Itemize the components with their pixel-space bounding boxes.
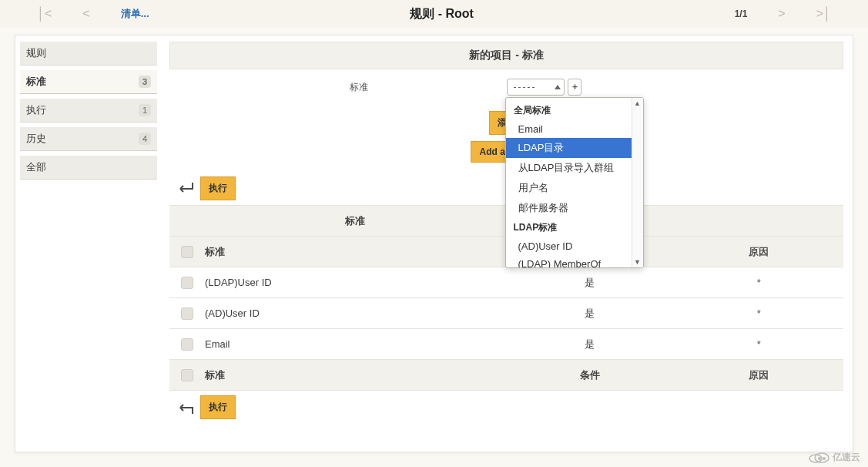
table-row: (AD)User ID是* — [169, 298, 843, 329]
watermark-logo: 亿速云 — [808, 451, 860, 464]
criteria-select-value: ----- — [514, 82, 537, 92]
select-all-checkbox-bottom[interactable] — [181, 369, 193, 381]
list-link[interactable]: 清单... — [121, 7, 149, 21]
th-extra-std: 标准 — [205, 214, 505, 228]
cell-reason: * — [675, 338, 843, 350]
svg-point-2 — [818, 457, 821, 460]
tf-std: 标准 — [205, 368, 505, 382]
dropdown-item[interactable]: LDAP目录 — [506, 138, 632, 158]
row-checkbox[interactable] — [181, 307, 193, 320]
th-std: 标准 — [205, 245, 505, 259]
prev-page-icon[interactable]: < — [82, 7, 89, 21]
cell-std: (AD)User ID — [205, 307, 505, 319]
cell-std: (LDAP)User ID — [205, 277, 505, 288]
svg-point-1 — [815, 453, 829, 462]
watermark-text: 亿速云 — [833, 451, 860, 464]
dropdown-item[interactable]: 用户名 — [506, 178, 632, 198]
svg-point-3 — [823, 457, 826, 460]
last-page-icon[interactable]: >│ — [816, 7, 831, 21]
criteria-dropdown[interactable]: 全局标准EmailLDAP目录从LDAP目录导入群组用户名邮件服务器LDAP标准… — [505, 97, 644, 268]
scroll-up-icon[interactable]: ▲ — [632, 99, 643, 107]
cell-reason: * — [675, 307, 843, 319]
add-criteria-icon[interactable]: + — [568, 79, 581, 96]
scroll-down-icon[interactable]: ▼ — [632, 258, 643, 266]
criteria-select[interactable]: ----- — [507, 79, 565, 96]
sidebar-tab-label: 规则 — [26, 46, 46, 60]
dropdown-group-title: LDAP标准 — [506, 218, 632, 237]
sidebar-tab-3[interactable]: 历史4 — [20, 127, 157, 151]
table-row: (LDAP)User ID是* — [169, 267, 843, 298]
pager-bar: │< < 清单... 规则 - Root 1/1 > >│ — [0, 0, 868, 28]
section-title: 新的项目 - 标准 — [169, 42, 843, 69]
dropdown-scrollbar[interactable]: ▲ ▼ — [632, 98, 643, 267]
exec-button-top[interactable]: 执行 — [200, 176, 236, 200]
dropdown-item[interactable]: (AD)User ID — [506, 237, 632, 255]
sidebar-tab-label: 执行 — [26, 103, 46, 117]
sidebar-tab-label: 历史 — [26, 132, 46, 146]
cell-std: Email — [205, 338, 505, 350]
sidebar-tab-2[interactable]: 执行1 — [20, 99, 157, 123]
dropdown-item[interactable]: (LDAP) MemberOf — [506, 255, 632, 267]
content-area: 新的项目 - 标准 标准 ----- + 添加 Add a new c 执行 — [162, 35, 853, 452]
sidebar-tab-badge: 4 — [139, 133, 151, 145]
sidebar-tab-0[interactable]: 规则 — [20, 42, 157, 66]
main-panel: 规则标准3执行1历史4全部 新的项目 - 标准 标准 ----- + 添加 Ad… — [15, 35, 853, 452]
cell-reason: * — [675, 277, 843, 288]
cell-cond: 是 — [505, 307, 674, 321]
next-page-icon[interactable]: > — [778, 7, 785, 21]
page-title: 规则 - Root — [410, 6, 474, 22]
sidebar-tab-label: 全部 — [26, 160, 46, 174]
sidebar-tab-badge: 1 — [139, 104, 151, 116]
th-reason: 原因 — [675, 245, 843, 259]
exec-bar-bottom: 执行 — [174, 395, 843, 419]
page-count: 1/1 — [735, 8, 748, 19]
sidebar-tab-label: 标准 — [26, 75, 46, 89]
caret-up-icon — [555, 85, 561, 89]
sidebar-tab-4[interactable]: 全部 — [20, 156, 157, 180]
row-checkbox[interactable] — [181, 338, 193, 351]
svg-point-0 — [809, 455, 822, 462]
arrow-down-left-icon — [174, 181, 194, 197]
cell-cond: 是 — [505, 338, 674, 351]
first-page-icon[interactable]: │< — [37, 7, 52, 21]
select-all-checkbox[interactable] — [181, 246, 193, 258]
table-row: Email是* — [169, 329, 843, 360]
cell-cond: 是 — [505, 276, 674, 290]
sidebar-tab-badge: 3 — [139, 76, 151, 88]
sidebar: 规则标准3执行1历史4全部 — [15, 35, 162, 452]
row-checkbox[interactable] — [181, 277, 193, 289]
tf-reason: 原因 — [675, 368, 843, 382]
criteria-label: 标准 — [169, 81, 507, 94]
arrow-up-left-icon — [174, 400, 194, 415]
tf-cond: 条件 — [505, 368, 674, 382]
table-foot: 标准 条件 原因 — [169, 360, 843, 391]
dropdown-item[interactable]: 邮件服务器 — [506, 198, 632, 218]
exec-button-bottom[interactable]: 执行 — [200, 395, 236, 419]
dropdown-item[interactable]: 从LDAP目录导入群组 — [506, 158, 632, 178]
dropdown-group-title: 全局标准 — [506, 101, 632, 120]
sidebar-tab-1[interactable]: 标准3 — [20, 70, 157, 94]
dropdown-item[interactable]: Email — [506, 120, 632, 138]
